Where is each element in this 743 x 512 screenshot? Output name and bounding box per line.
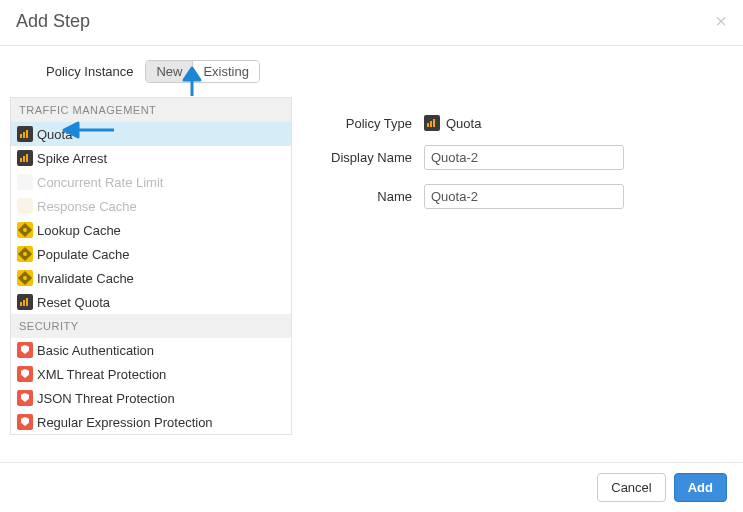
add-button[interactable]: Add — [674, 473, 727, 502]
name-label: Name — [314, 189, 424, 204]
policy-instance-toggle-row: Policy Instance New Existing — [0, 46, 743, 97]
policy-item[interactable]: Reset Quota — [11, 290, 291, 314]
sec-icon — [17, 390, 33, 406]
policy-item-label: Invalidate Cache — [37, 271, 134, 286]
policy-item[interactable]: Regular Expression Protection — [11, 410, 291, 434]
policy-item-label: Populate Cache — [37, 247, 130, 262]
sec-icon — [17, 366, 33, 382]
policy-item-label: JSON Threat Protection — [37, 391, 175, 406]
display-name-label: Display Name — [314, 150, 424, 165]
policy-item[interactable]: Invalidate Cache — [11, 266, 291, 290]
sec-icon — [17, 414, 33, 430]
policy-list: TRAFFIC MANAGEMENTQuotaSpike ArrestConcu… — [10, 97, 292, 435]
policy-type-label: Policy Type — [314, 116, 424, 131]
policy-type-value: Quota — [446, 116, 481, 131]
cache-icon — [17, 270, 33, 286]
policy-item[interactable]: Quota — [11, 122, 291, 146]
category-header: TRAFFIC MANAGEMENT — [11, 98, 291, 122]
bar-icon — [17, 294, 33, 310]
toggle-existing[interactable]: Existing — [192, 61, 259, 82]
policy-item-label: Response Cache — [37, 199, 137, 214]
quota-icon — [424, 115, 440, 131]
policy-instance-segmented: New Existing — [145, 60, 260, 83]
policy-item: Concurrent Rate Limit — [11, 170, 291, 194]
policy-form: Policy Type Quota Display Name Name — [292, 97, 733, 435]
display-name-input[interactable] — [424, 145, 624, 170]
policy-item-label: Regular Expression Protection — [37, 415, 213, 430]
cache-icon — [17, 222, 33, 238]
dialog-title: Add Step — [16, 11, 90, 32]
policy-item-label: XML Threat Protection — [37, 367, 166, 382]
policy-item-label: Spike Arrest — [37, 151, 107, 166]
policy-item[interactable]: JSON Threat Protection — [11, 386, 291, 410]
beige-icon — [17, 198, 33, 214]
category-header: SECURITY — [11, 314, 291, 338]
policy-item-label: Quota — [37, 127, 72, 142]
policy-item[interactable]: Spike Arrest — [11, 146, 291, 170]
name-input[interactable] — [424, 184, 624, 209]
bar-icon — [17, 150, 33, 166]
policy-item-label: Concurrent Rate Limit — [37, 175, 163, 190]
sec-icon — [17, 342, 33, 358]
light-icon — [17, 174, 33, 190]
cache-icon — [17, 246, 33, 262]
policy-item: Response Cache — [11, 194, 291, 218]
policy-item-label: Basic Authentication — [37, 343, 154, 358]
close-icon[interactable]: × — [715, 10, 727, 33]
policy-item[interactable]: Populate Cache — [11, 242, 291, 266]
toggle-new[interactable]: New — [146, 61, 192, 82]
policy-instance-label: Policy Instance — [46, 64, 133, 79]
policy-item[interactable]: Lookup Cache — [11, 218, 291, 242]
policy-item-label: Lookup Cache — [37, 223, 121, 238]
policy-item[interactable]: Basic Authentication — [11, 338, 291, 362]
bar-icon — [17, 126, 33, 142]
policy-item[interactable]: XML Threat Protection — [11, 362, 291, 386]
policy-item-label: Reset Quota — [37, 295, 110, 310]
cancel-button[interactable]: Cancel — [597, 473, 665, 502]
